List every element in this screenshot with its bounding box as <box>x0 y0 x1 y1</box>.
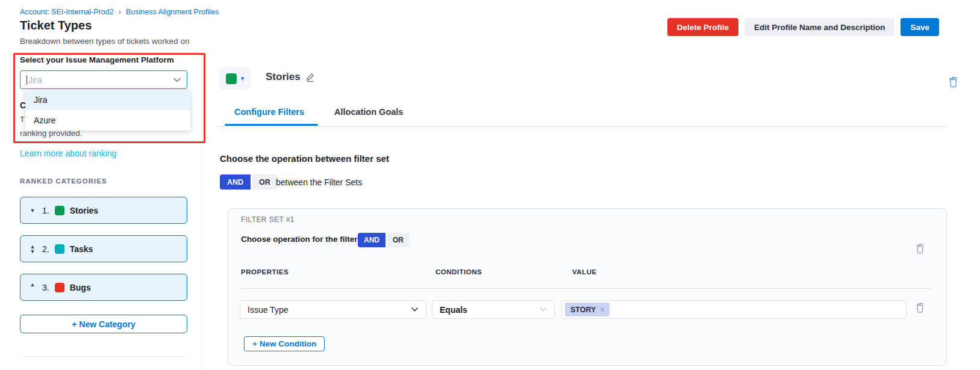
and-toggle[interactable]: AND <box>220 174 251 190</box>
category-color-swatch <box>55 244 64 254</box>
category-color-swatch <box>55 283 64 292</box>
platform-dropdown-menu: Jira Azure <box>25 90 190 131</box>
property-select[interactable]: Issue Type <box>240 300 426 319</box>
delete-category-trash-icon[interactable] <box>948 76 958 90</box>
and-toggle[interactable]: AND <box>358 233 385 247</box>
category-card-stories[interactable]: ▼ 1. Stories <box>20 197 187 224</box>
page-title: Ticket Types <box>20 19 92 32</box>
breadcrumb-account-link[interactable]: Account: SEI-Internal-Prod2 <box>20 8 114 16</box>
filter-operation-label: Choose operation for the filters <box>241 235 362 244</box>
column-header-conditions: CONDITIONS <box>435 268 482 276</box>
chevron-down-icon <box>173 78 181 82</box>
text-cursor <box>27 75 27 85</box>
category-rank: 1. <box>42 206 49 215</box>
sidebar-divider <box>20 356 187 357</box>
obscured-line-fragment: T <box>20 115 25 124</box>
header-actions: Delete Profile Edit Profile Name and Des… <box>667 18 939 36</box>
delete-filter-set-trash-icon[interactable] <box>916 243 925 256</box>
category-color-swatch <box>55 206 64 215</box>
value-tag-label: STORY <box>570 306 596 314</box>
category-name: Stories <box>70 206 98 215</box>
chevron-down-icon <box>539 307 547 312</box>
sort-down-icon[interactable]: ▼ <box>28 208 37 213</box>
category-rank: 2. <box>42 244 49 254</box>
value-tag-story: STORY × <box>565 303 610 316</box>
category-name: Bugs <box>70 283 91 292</box>
sort-up-down-icon[interactable]: ▲▼ <box>28 244 37 254</box>
property-select-value: Issue Type <box>248 305 288 315</box>
between-filter-sets-text: between the Filter Sets <box>276 177 362 187</box>
breadcrumb-chevron-icon: › <box>119 7 121 16</box>
platform-select-input[interactable]: Jira <box>20 70 187 89</box>
category-rank: 3. <box>42 283 49 292</box>
condition-select[interactable]: Equals <box>432 300 555 319</box>
page-subtitle: Breakdown between types of tickets worke… <box>20 37 189 46</box>
remove-tag-icon[interactable]: × <box>600 306 604 314</box>
category-card-bugs[interactable]: ▲ 3. Bugs <box>20 274 187 301</box>
condition-select-value: Equals <box>440 305 467 315</box>
breadcrumb-section-link[interactable]: Business Alignment Profiles <box>126 8 219 16</box>
tab-allocation-goals[interactable]: Allocation Goals <box>334 107 403 117</box>
column-header-value: VALUE <box>572 268 597 276</box>
category-card-tasks[interactable]: ▲▼ 2. Tasks <box>20 235 187 262</box>
edit-pencil-icon[interactable] <box>305 72 316 85</box>
save-button[interactable]: Save <box>900 18 939 36</box>
delete-condition-trash-icon[interactable] <box>916 302 925 315</box>
filter-set-title: FILTER SET #1 <box>241 215 295 224</box>
sidebar-vertical-divider <box>202 53 202 370</box>
breadcrumb: Account: SEI-Internal-Prod2 › Business A… <box>20 7 219 16</box>
or-toggle[interactable]: OR <box>387 233 410 247</box>
category-name: Tasks <box>70 244 93 254</box>
active-tab-underline <box>225 124 318 126</box>
value-multiselect-input[interactable]: STORY × <box>561 300 907 319</box>
delete-profile-button[interactable]: Delete Profile <box>667 18 738 36</box>
column-header-divider <box>241 288 931 289</box>
learn-more-ranking-link[interactable]: Learn more about ranking <box>20 149 116 158</box>
chevron-down-icon <box>411 307 419 312</box>
category-editor-title: Stories <box>266 71 301 83</box>
tabs-divider <box>217 126 947 127</box>
filter-set-panel <box>228 208 947 366</box>
or-toggle[interactable]: OR <box>252 174 278 190</box>
caret-down-icon: ▾ <box>241 75 245 82</box>
filter-sets-andor-toggle: AND OR <box>220 174 278 190</box>
platform-select-label: Select your Issue Management Platform <box>20 55 174 64</box>
sort-up-icon[interactable]: ▲ <box>28 282 37 287</box>
new-category-button[interactable]: + New Category <box>20 315 187 333</box>
new-condition-button[interactable]: + New Condition <box>244 336 325 351</box>
selected-color-swatch <box>226 73 237 84</box>
platform-option-azure[interactable]: Azure <box>25 110 190 131</box>
platform-option-jira[interactable]: Jira <box>25 90 190 110</box>
column-header-properties: PROPERTIES <box>241 268 289 276</box>
platform-input-placeholder: Jira <box>28 75 42 85</box>
edit-profile-button[interactable]: Edit Profile Name and Description <box>744 18 895 36</box>
ranked-categories-heading: RANKED CATEGORIES <box>20 177 107 185</box>
category-color-picker[interactable]: ▾ <box>219 67 251 90</box>
tab-configure-filters[interactable]: Configure Filters <box>234 107 304 117</box>
filters-andor-toggle: AND OR <box>358 233 410 247</box>
screen: Account: SEI-Internal-Prod2 › Business A… <box>0 0 980 370</box>
filter-operation-heading: Choose the operation between filter set <box>220 153 389 164</box>
